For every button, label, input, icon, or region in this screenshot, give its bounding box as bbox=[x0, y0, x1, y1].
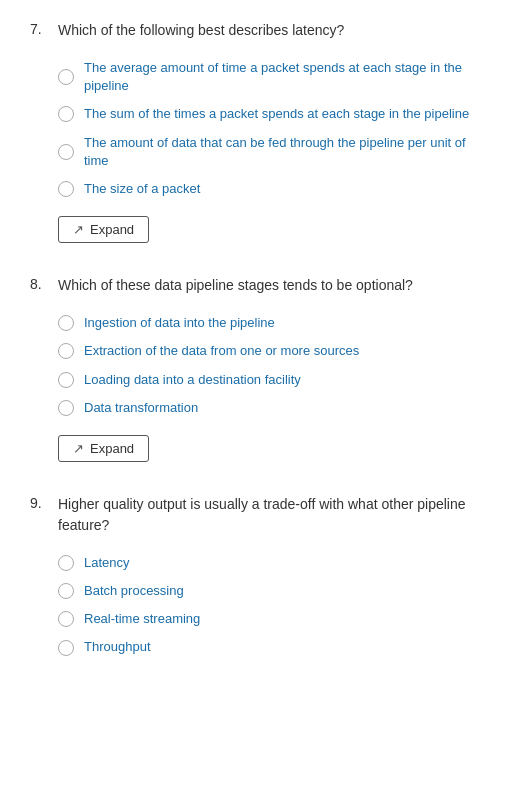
radio-button[interactable] bbox=[58, 372, 74, 388]
option-label: The average amount of time a packet spen… bbox=[84, 59, 487, 95]
expand-label: Expand bbox=[90, 222, 134, 237]
question-8: 8. Which of these data pipeline stages t… bbox=[30, 275, 487, 462]
option-label: Extraction of the data from one or more … bbox=[84, 342, 359, 360]
expand-button-q8[interactable]: ↗ Expand bbox=[58, 435, 149, 462]
radio-button[interactable] bbox=[58, 144, 74, 160]
radio-button[interactable] bbox=[58, 640, 74, 656]
radio-button[interactable] bbox=[58, 106, 74, 122]
question-7-options: The average amount of time a packet spen… bbox=[58, 59, 487, 198]
question-8-text: Which of these data pipeline stages tend… bbox=[58, 275, 413, 296]
option-label: Latency bbox=[84, 554, 130, 572]
list-item[interactable]: Data transformation bbox=[58, 399, 487, 417]
option-label: Throughput bbox=[84, 638, 151, 656]
quiz-container: 7. Which of the following best describes… bbox=[30, 20, 487, 657]
option-label: Ingestion of data into the pipeline bbox=[84, 314, 275, 332]
question-8-header: 8. Which of these data pipeline stages t… bbox=[30, 275, 487, 296]
radio-button[interactable] bbox=[58, 69, 74, 85]
list-item[interactable]: The size of a packet bbox=[58, 180, 487, 198]
question-9-text: Higher quality output is usually a trade… bbox=[58, 494, 487, 536]
question-8-number: 8. bbox=[30, 275, 54, 292]
radio-button[interactable] bbox=[58, 343, 74, 359]
question-8-options: Ingestion of data into the pipeline Extr… bbox=[58, 314, 487, 417]
radio-button[interactable] bbox=[58, 315, 74, 331]
radio-button[interactable] bbox=[58, 181, 74, 197]
question-9-header: 9. Higher quality output is usually a tr… bbox=[30, 494, 487, 536]
list-item[interactable]: Extraction of the data from one or more … bbox=[58, 342, 487, 360]
list-item[interactable]: Latency bbox=[58, 554, 487, 572]
option-label: Data transformation bbox=[84, 399, 198, 417]
list-item[interactable]: The sum of the times a packet spends at … bbox=[58, 105, 487, 123]
option-label: Loading data into a destination facility bbox=[84, 371, 301, 389]
option-label: The amount of data that can be fed throu… bbox=[84, 134, 487, 170]
question-9-options: Latency Batch processing Real-time strea… bbox=[58, 554, 487, 657]
expand-label: Expand bbox=[90, 441, 134, 456]
option-label: The size of a packet bbox=[84, 180, 200, 198]
question-9-number: 9. bbox=[30, 494, 54, 511]
radio-button[interactable] bbox=[58, 583, 74, 599]
radio-button[interactable] bbox=[58, 611, 74, 627]
expand-icon: ↗ bbox=[73, 222, 84, 237]
list-item[interactable]: The average amount of time a packet spen… bbox=[58, 59, 487, 95]
list-item[interactable]: Throughput bbox=[58, 638, 487, 656]
question-7-number: 7. bbox=[30, 20, 54, 37]
list-item[interactable]: Real-time streaming bbox=[58, 610, 487, 628]
option-label: Real-time streaming bbox=[84, 610, 200, 628]
question-7: 7. Which of the following best describes… bbox=[30, 20, 487, 243]
radio-button[interactable] bbox=[58, 555, 74, 571]
list-item[interactable]: Loading data into a destination facility bbox=[58, 371, 487, 389]
list-item[interactable]: Ingestion of data into the pipeline bbox=[58, 314, 487, 332]
option-label: Batch processing bbox=[84, 582, 184, 600]
list-item[interactable]: The amount of data that can be fed throu… bbox=[58, 134, 487, 170]
expand-button-q7[interactable]: ↗ Expand bbox=[58, 216, 149, 243]
radio-button[interactable] bbox=[58, 400, 74, 416]
question-7-header: 7. Which of the following best describes… bbox=[30, 20, 487, 41]
question-9: 9. Higher quality output is usually a tr… bbox=[30, 494, 487, 657]
question-7-text: Which of the following best describes la… bbox=[58, 20, 344, 41]
list-item[interactable]: Batch processing bbox=[58, 582, 487, 600]
option-label: The sum of the times a packet spends at … bbox=[84, 105, 469, 123]
expand-icon: ↗ bbox=[73, 441, 84, 456]
